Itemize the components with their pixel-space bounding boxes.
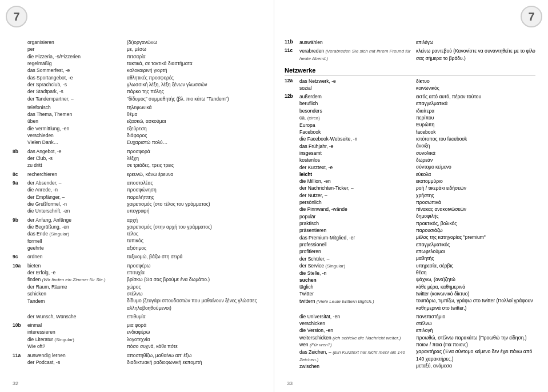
greek-text: (δι)οργανώνω με, μέσω πιτσαρία τακτικά, … bbox=[127, 39, 263, 102]
german-text: das Netzwerk, -e sozial bbox=[299, 78, 414, 92]
german-text: das Angebot, -e der Club, -s zu dritt bbox=[27, 148, 125, 169]
list-item: 11a auswendig lernen der Podcast, -s απο… bbox=[13, 352, 263, 366]
entry-number: 11a bbox=[13, 352, 27, 366]
list-item: 11c verabreden (Verabreden Sie sich mit … bbox=[285, 47, 535, 62]
entry-number: 8c bbox=[13, 171, 27, 178]
list-item: 8c recherchieren ερευνώ, κάνω έρευνα bbox=[13, 171, 263, 178]
entry-number: 9c bbox=[13, 253, 27, 260]
section-header-netzwerke: Netzwerke bbox=[285, 67, 535, 75]
greek-text: προσφέρω επιτυχία βρίσκω (Θα σας βρούμε … bbox=[127, 262, 263, 311]
greek-text: προσφορά λέξχη σε τριάδες, τρεις τρεις bbox=[127, 148, 263, 169]
greek-text: αρχή χαιρετισμός (στην αρχή του γράμματο… bbox=[127, 217, 263, 252]
greek-text: πανεπιστήμιο στέλνω επιλογή προωθώ, στέλ… bbox=[416, 313, 535, 370]
entry-number: 9a bbox=[13, 179, 27, 215]
list-item: 9b der Anfang, Anfänge die Begrüßung, -e… bbox=[13, 217, 263, 252]
entry-number: 10a bbox=[13, 262, 27, 311]
page-number-bottom: 32 bbox=[13, 381, 18, 386]
german-text: auswendig lernen der Podcast, -s bbox=[27, 352, 125, 366]
greek-text: αποστηθίζω, μαθαίνω απ' έξω διαδικτυακή … bbox=[127, 352, 263, 366]
greek-text: κλείνω ραντεβού (Κανονίστε να συναντηθεί… bbox=[416, 47, 535, 62]
list-item: die Universität, -en verschicken die Ver… bbox=[285, 313, 535, 370]
german-text: einmal interessieren die Literatur (Sing… bbox=[27, 322, 125, 350]
greek-text: επιλέγω bbox=[416, 39, 535, 46]
entry-number: 8b bbox=[13, 148, 27, 169]
list-item: 11b auswählen επιλέγω bbox=[285, 39, 535, 46]
greek-text: τηλεφωνικά θέμα εξασκώ, ασκούμαι εξεύρεσ… bbox=[127, 104, 263, 146]
section-title: Netzwerke bbox=[285, 67, 315, 74]
greek-text: δίκτυο κοινωνικός bbox=[416, 78, 535, 92]
list-item: 9c ordnen ταξινομώ, βάζω στη σειρά bbox=[13, 253, 263, 260]
list-item: der Wunsch, Wünsche επιθυμία bbox=[13, 313, 263, 320]
right-page: 7 11b auswählen επιλέγω 11c verabreden (… bbox=[274, 0, 548, 392]
list-item: telefonisch das Thema, Themen üben die V… bbox=[13, 104, 263, 146]
list-item: 10a bieten der Erfolg, -e finden (Wir fi… bbox=[13, 262, 263, 311]
greek-text: επιθυμία bbox=[127, 313, 263, 320]
german-text: der Wunsch, Wünsche bbox=[27, 313, 125, 320]
list-item: 10b einmal interessieren die Literatur (… bbox=[13, 322, 263, 350]
book-spread: 7 organisieren per die Pizzeria, -s/Pizz… bbox=[0, 0, 548, 392]
german-text: auswählen bbox=[299, 39, 414, 46]
list-item: 8b das Angebot, -e der Club, -s zu dritt… bbox=[13, 148, 263, 169]
greek-text: ταξινομώ, βάζω στη σειρά bbox=[127, 253, 263, 260]
german-text: telefonisch das Thema, Themen üben die V… bbox=[27, 104, 125, 146]
entry-number: 11b bbox=[285, 39, 299, 46]
german-text: der Anfang, Anfänge die Begrüßung, -en d… bbox=[27, 217, 125, 252]
left-circle-number: 7 bbox=[13, 10, 19, 23]
german-text: verabreden (Verabreden Sie sich mit Ihre… bbox=[299, 47, 414, 62]
german-text: außerdem beruflich besonders ca. (circa)… bbox=[299, 93, 414, 311]
list-item: 12b außerdem beruflich besonders ca. (ci… bbox=[285, 93, 535, 311]
left-page-circle: 7 bbox=[6, 6, 27, 27]
greek-text: αποστολέας προσφώνηση παραλήπτης χαιρετι… bbox=[127, 179, 263, 215]
german-text: bieten der Erfolg, -e finden (Wir finden… bbox=[27, 262, 125, 311]
list-item: 9a der Absender, – die Anrede, -n der Em… bbox=[13, 179, 263, 215]
entry-number: 10b bbox=[13, 322, 27, 350]
left-page: 7 organisieren per die Pizzeria, -s/Pizz… bbox=[0, 0, 274, 392]
page-footer-right: 33 bbox=[287, 381, 293, 386]
page-footer-left: 32 bbox=[13, 381, 18, 386]
greek-text: ερευνώ, κάνω έρευνα bbox=[127, 171, 263, 178]
right-content: 11b auswählen επιλέγω 11c verabreden (Ve… bbox=[285, 39, 535, 370]
german-text: ordnen bbox=[27, 253, 125, 260]
german-text: organisieren per die Pizzeria, -s/Pizzer… bbox=[27, 39, 125, 102]
greek-text: μια φορά ενδιαφέρω λογοτεχνία πόσο συχνά… bbox=[127, 322, 263, 350]
right-page-circle: 7 bbox=[521, 6, 542, 27]
left-content: organisieren per die Pizzeria, -s/Pizzer… bbox=[13, 39, 263, 366]
page-number-bottom-right: 33 bbox=[287, 381, 293, 386]
entry-number: 11c bbox=[285, 47, 299, 62]
german-text: recherchieren bbox=[27, 171, 125, 178]
list-item: 12a das Netzwerk, -e sozial δίκτυο κοινω… bbox=[285, 78, 535, 92]
german-text: die Universität, -en verschicken die Ver… bbox=[299, 313, 414, 370]
list-item: organisieren per die Pizzeria, -s/Pizzer… bbox=[13, 39, 263, 102]
entry-number: 9b bbox=[13, 217, 27, 252]
greek-text: εκτός από αυτό, πέραν τούτου επαγγελματι… bbox=[416, 93, 535, 311]
german-text: der Absender, – die Anrede, -n der Empfä… bbox=[27, 179, 125, 215]
entry-number: 12a bbox=[285, 78, 299, 92]
right-circle-number: 7 bbox=[528, 10, 534, 23]
entry-number: 12b bbox=[285, 93, 299, 311]
